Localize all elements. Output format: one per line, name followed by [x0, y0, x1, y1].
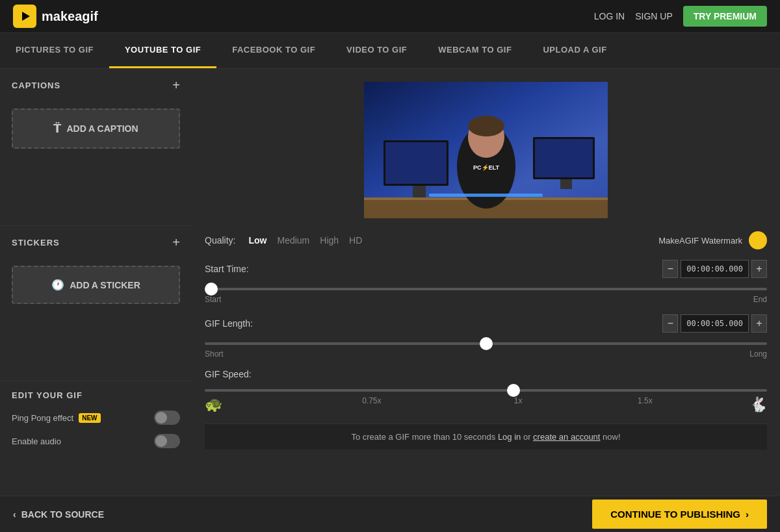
- fast-icon: 🐇: [749, 396, 767, 413]
- tab-upload[interactable]: UPLOAD A GIF: [527, 33, 622, 68]
- add-caption-label: ADD A CAPTION: [66, 123, 138, 134]
- gif-speed-group: GIF Speed: 🐢 0.75x 1x 1.5x 🐇: [205, 369, 767, 413]
- stickers-section: STICKERS + 🕐 ADD A STICKER: [0, 226, 192, 381]
- notice-end: now!: [603, 432, 620, 442]
- start-time-value: 00:00:00.000: [681, 260, 749, 278]
- signup-link[interactable]: SIGN UP: [635, 11, 673, 21]
- enable-audio-toggle[interactable]: [154, 434, 180, 448]
- notice-login-link[interactable]: Log in: [498, 432, 521, 442]
- header-nav: LOG IN SIGN UP TRY PREMIUM: [594, 6, 767, 27]
- start-time-slider-container: [205, 282, 767, 292]
- login-link[interactable]: LOG IN: [594, 11, 625, 21]
- start-time-labels: Start End: [205, 295, 767, 304]
- tab-video[interactable]: VIDEO TO GIF: [331, 33, 422, 68]
- tab-webcam[interactable]: WEBCAM TO GIF: [422, 33, 527, 68]
- gif-length-label-left: Short: [205, 349, 224, 359]
- add-caption-button[interactable]: T̈ ADD A CAPTION: [12, 108, 180, 149]
- slow-icon: 🐢: [205, 396, 222, 413]
- notice-or: or: [523, 432, 533, 442]
- stickers-header[interactable]: STICKERS +: [0, 226, 192, 259]
- notice-create-link[interactable]: create an account: [533, 432, 600, 442]
- watermark-toggle[interactable]: [749, 231, 767, 249]
- gif-length-slider[interactable]: [205, 342, 767, 345]
- start-time-group: Start Time: − 00:00:00.000 + Start End: [205, 260, 767, 304]
- watermark-row: MakeAGIF Watermark: [658, 231, 767, 249]
- svg-text:PC⚡ELT: PC⚡ELT: [473, 164, 499, 171]
- caption-icon: T̈: [53, 121, 61, 136]
- speed-label-15x: 1.5x: [638, 396, 653, 405]
- ping-pong-label: Ping Pong effect NEW: [12, 413, 101, 423]
- svg-rect-9: [535, 139, 593, 177]
- watermark-label: MakeAGIF Watermark: [658, 236, 742, 246]
- sticker-icon: 🕐: [51, 279, 64, 291]
- video-inner: PC WELT: [364, 82, 608, 218]
- gif-length-slider-container: [205, 336, 767, 347]
- quality-medium[interactable]: Medium: [277, 235, 309, 246]
- continue-label: CONTINUE TO PUBLISHING: [610, 509, 740, 520]
- nav-tabs: PICTURES TO GIF YOUTUBE TO GIF FACEBOOK …: [0, 33, 780, 69]
- add-sticker-button[interactable]: 🕐 ADD A STICKER: [12, 266, 180, 304]
- gif-speed-slider[interactable]: [205, 389, 767, 392]
- continue-button[interactable]: CONTINUE TO PUBLISHING ›: [592, 500, 767, 529]
- video-thumbnail: PC WELT: [364, 82, 608, 218]
- header: makeagif LOG IN SIGN UP TRY PREMIUM: [0, 0, 780, 33]
- quality-hd[interactable]: HD: [349, 235, 362, 246]
- start-time-minus[interactable]: −: [662, 260, 678, 278]
- ping-pong-row: Ping Pong effect NEW: [12, 411, 180, 425]
- gif-length-group: GIF Length: − 00:00:05.000 + Short Long: [205, 314, 767, 359]
- quality-low[interactable]: Low: [248, 235, 266, 246]
- svg-rect-10: [560, 179, 572, 189]
- sidebar: CAPTIONS + T̈ ADD A CAPTION STICKERS + 🕐…: [0, 69, 192, 496]
- tab-youtube[interactable]: YOUTUBE TO GIF: [109, 33, 216, 68]
- start-time-row: Start Time: − 00:00:00.000 +: [205, 260, 767, 278]
- gif-length-row: GIF Length: − 00:00:05.000 +: [205, 314, 767, 333]
- gif-length-minus[interactable]: −: [662, 314, 678, 333]
- logo-text: makeagif: [42, 9, 98, 24]
- new-badge: NEW: [79, 413, 100, 423]
- gif-speed-row: GIF Speed:: [205, 369, 767, 379]
- tab-pictures[interactable]: PICTURES TO GIF: [0, 33, 109, 68]
- enable-audio-row: Enable audio: [12, 434, 180, 448]
- gif-length-labels: Short Long: [205, 349, 767, 359]
- back-label: BACK TO SOURCE: [21, 509, 104, 520]
- start-time-label: Start Time:: [205, 264, 263, 274]
- captions-title: CAPTIONS: [12, 81, 60, 90]
- gif-length-plus[interactable]: +: [751, 314, 767, 333]
- quality-row: Quality: Low Medium High HD MakeAGIF Wat…: [205, 231, 767, 249]
- edit-gif-section: EDIT YOUR GIF Ping Pong effect NEW Enabl…: [0, 381, 192, 466]
- logo[interactable]: makeagif: [13, 5, 98, 28]
- quality-high[interactable]: High: [320, 235, 339, 246]
- gif-speed-labels: 🐢 0.75x 1x 1.5x 🐇: [205, 396, 767, 413]
- captions-header[interactable]: CAPTIONS +: [0, 69, 192, 102]
- svg-rect-16: [429, 194, 543, 197]
- svg-marker-0: [22, 12, 30, 21]
- gif-speed-label: GIF Speed:: [205, 369, 263, 379]
- ping-pong-toggle[interactable]: [154, 411, 180, 425]
- speed-label-075: 0.75x: [362, 396, 381, 405]
- speed-label-1x: 1x: [514, 396, 523, 405]
- content-area: PC WELT: [192, 69, 780, 496]
- quality-options: Low Medium High HD: [248, 235, 362, 246]
- notice-bar: To create a GIF more than 10 seconds Log…: [205, 424, 767, 450]
- tab-facebook[interactable]: FACEBOOK TO GIF: [216, 33, 331, 68]
- continue-icon: ›: [746, 509, 749, 520]
- logo-icon: [13, 5, 36, 28]
- gif-length-label-right: Long: [749, 349, 767, 359]
- start-label-right: End: [753, 295, 767, 304]
- quality-label: Quality:: [205, 235, 235, 246]
- main-content: CAPTIONS + T̈ ADD A CAPTION STICKERS + 🕐…: [0, 69, 780, 496]
- add-sticker-label: ADD A STICKER: [70, 280, 140, 290]
- start-time-plus[interactable]: +: [751, 260, 767, 278]
- back-button[interactable]: ‹ BACK TO SOURCE: [13, 509, 104, 520]
- start-time-slider[interactable]: [205, 288, 767, 290]
- svg-rect-6: [385, 142, 447, 184]
- gif-length-value: 00:00:05.000: [681, 314, 749, 333]
- captions-add-icon[interactable]: +: [172, 78, 180, 93]
- ping-pong-toggle-knob: [155, 412, 167, 424]
- enable-audio-toggle-knob: [155, 435, 167, 447]
- premium-button[interactable]: TRY PREMIUM: [683, 6, 767, 27]
- stickers-add-icon[interactable]: +: [172, 235, 180, 250]
- back-icon: ‹: [13, 509, 16, 520]
- stickers-title: STICKERS: [12, 238, 60, 247]
- bottom-bar: ‹ BACK TO SOURCE CONTINUE TO PUBLISHING …: [0, 496, 780, 532]
